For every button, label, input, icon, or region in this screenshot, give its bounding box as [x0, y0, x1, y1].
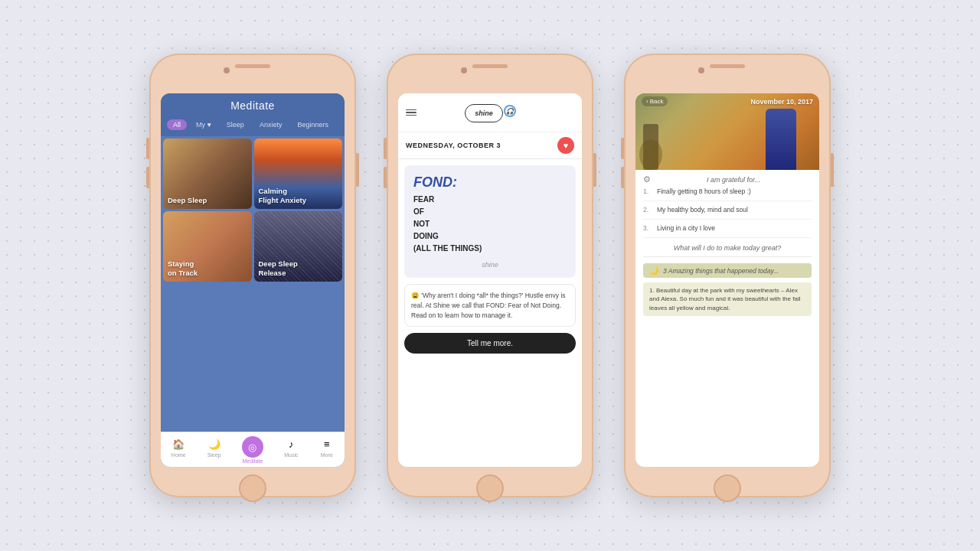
amazing-item-1: 1. Beautiful day at the park with my swe…: [643, 282, 812, 316]
journal-date-header: November 10, 2017: [750, 98, 813, 106]
home-button-2[interactable]: [476, 474, 504, 502]
music-icon: ♪: [283, 436, 299, 452]
deep-sleep-release-card[interactable]: Deep SleepRelease: [254, 211, 343, 282]
staying-track-card[interactable]: Stayingon Track: [163, 211, 252, 282]
hamburger-menu[interactable]: [406, 109, 416, 116]
chevron-left-icon: ‹: [646, 98, 648, 105]
home-icon: 🏠: [171, 436, 186, 452]
settings-icon: ⚙: [643, 174, 651, 184]
back-button[interactable]: ‹ Back: [642, 96, 668, 106]
grateful-section: ⚙ I am grateful for... 1. Finally gettin…: [643, 174, 812, 238]
phone-shine: shine 🎧 WEDNESDAY, OCTOBER 3 ♥ FOND: FEA…: [387, 54, 593, 497]
power-btn: [356, 153, 359, 187]
volume-up-btn: [146, 138, 149, 159]
shine-logo: shine 🎧: [465, 104, 503, 122]
nav-sleep[interactable]: 🌙 Sleep: [207, 436, 222, 464]
headphone-icon: 🎧: [504, 105, 516, 117]
meditate-screen-title: Meditate: [168, 99, 337, 112]
journal-content: ⚙ I am grateful for... 1. Finally gettin…: [635, 170, 819, 467]
tell-me-button[interactable]: Tell me more.: [404, 333, 576, 354]
deep-sleep-release-label: Deep SleepRelease: [259, 259, 298, 277]
ham-line-3: [406, 115, 416, 116]
phone-meditate: Meditate All My ♥ Sleep Anxiety Beginner…: [149, 54, 356, 497]
fond-card: FOND: FEAROFNOTDOING(ALL THE THINGS) shi…: [404, 165, 576, 278]
shine-date: WEDNESDAY, OCTOBER 3: [406, 142, 501, 149]
fond-definition: FEAROFNOTDOING(ALL THE THINGS): [413, 194, 567, 255]
nav-music-label: Music: [284, 452, 298, 458]
journal-header-image: ‹ Back November 10, 2017: [635, 93, 819, 170]
phone-camera-3: [698, 67, 704, 73]
journal-screen: ‹ Back November 10, 2017 ⚙ I am grateful…: [635, 93, 819, 467]
power-btn-2: [593, 153, 596, 187]
grateful-header: ⚙ I am grateful for...: [643, 174, 812, 184]
nav-more[interactable]: ≡ More: [319, 436, 335, 464]
grateful-text-2: My healthy body, mind and soul: [657, 206, 748, 214]
nav-home[interactable]: 🏠 Home: [171, 436, 186, 464]
item-num-3: 3.: [643, 224, 654, 232]
nav-meditate[interactable]: ◎ Meditate: [242, 436, 263, 464]
staying-track-label: Stayingon Track: [168, 259, 198, 277]
volume-down-btn-2: [384, 167, 387, 188]
volume-up-btn-3: [621, 138, 624, 159]
heart-button[interactable]: ♥: [557, 137, 574, 154]
shine-watermark: shine: [413, 261, 567, 269]
volume-down-btn: [146, 167, 149, 188]
shine-message-text: 😩 'Why aren't I doing *all* the things?'…: [411, 291, 569, 320]
shine-logo-text: shine: [475, 109, 493, 117]
meditate-screen: Meditate All My ♥ Sleep Anxiety Beginner…: [161, 93, 345, 467]
phone-journal: ‹ Back November 10, 2017 ⚙ I am grateful…: [624, 54, 831, 497]
meditate-icon: ◎: [242, 436, 263, 458]
grateful-item-3: 3. Living in a city I love: [643, 224, 812, 238]
item-num-2: 2.: [643, 206, 654, 214]
section-divider: [643, 256, 812, 257]
calming-flight-label: CalmingFlight Anxiety: [259, 187, 306, 204]
grateful-item-1: 1. Finally getting 8 hours of sleep :): [643, 187, 812, 201]
amazing-section: 🌙 3 Amazing things that happened today..…: [643, 263, 812, 316]
nav-home-label: Home: [172, 452, 186, 458]
grateful-title: I am grateful for...: [655, 176, 812, 184]
more-icon: ≡: [319, 436, 335, 452]
sleep-icon: 🌙: [207, 436, 222, 452]
shine-logo-area: shine 🎧: [465, 99, 503, 126]
tab-all[interactable]: All: [167, 119, 187, 130]
shine-message: 😩 'Why aren't I doing *all* the things?'…: [404, 284, 576, 327]
grateful-item-2: 2. My healthy body, mind and soul: [643, 206, 812, 220]
journal-nav: ‹ Back November 10, 2017: [635, 96, 819, 106]
calming-flight-card[interactable]: CalmingFlight Anxiety: [254, 139, 343, 209]
home-button[interactable]: [239, 474, 266, 502]
tab-my[interactable]: My ♥: [190, 119, 217, 130]
phone-camera-2: [461, 67, 467, 73]
nav-more-label: More: [321, 452, 333, 458]
amazing-header: 🌙 3 Amazing things that happened today..…: [643, 263, 812, 278]
grateful-text-3: Living in a city I love: [657, 224, 715, 233]
shine-header: shine 🎧: [398, 93, 582, 132]
phone-camera: [224, 67, 230, 73]
ham-line-2: [406, 112, 416, 113]
tab-sleep[interactable]: Sleep: [220, 119, 250, 130]
item-num-1: 1.: [643, 187, 654, 195]
great-title: What will I do to make today great?: [643, 244, 812, 252]
volume-down-btn-3: [621, 167, 624, 188]
ham-line-1: [406, 109, 416, 111]
meditate-tabs: All My ♥ Sleep Anxiety Beginners: [161, 116, 345, 136]
nav-meditate-label: Meditate: [243, 458, 263, 464]
deep-sleep-label: Deep Sleep: [168, 196, 207, 204]
home-button-3[interactable]: [714, 474, 741, 502]
nav-music[interactable]: ♪ Music: [283, 436, 299, 464]
amazing-title: 3 Amazing things that happened today...: [663, 267, 779, 275]
great-section: What will I do to make today great?: [643, 244, 812, 257]
bottom-navigation: 🏠 Home 🌙 Sleep ◎ Meditate ♪ Music ≡ More: [161, 432, 345, 467]
meditate-header: Meditate: [161, 93, 345, 116]
nav-sleep-label: Sleep: [207, 452, 221, 458]
shine-screen: shine 🎧 WEDNESDAY, OCTOBER 3 ♥ FOND: FEA…: [398, 93, 582, 467]
volume-up-btn-2: [384, 138, 387, 159]
grateful-text-1: Finally getting 8 hours of sleep :): [657, 187, 751, 196]
shine-date-bar: WEDNESDAY, OCTOBER 3 ♥: [398, 132, 582, 159]
tab-beginners[interactable]: Beginners: [291, 119, 335, 130]
meditation-grid: Deep Sleep CalmingFlight Anxiety Staying…: [161, 136, 345, 284]
fond-title: FOND:: [413, 174, 567, 191]
deep-sleep-card[interactable]: Deep Sleep: [163, 139, 252, 209]
tab-anxiety[interactable]: Anxiety: [253, 119, 289, 130]
moon-icon: 🌙: [649, 266, 658, 275]
power-btn-3: [831, 153, 834, 187]
